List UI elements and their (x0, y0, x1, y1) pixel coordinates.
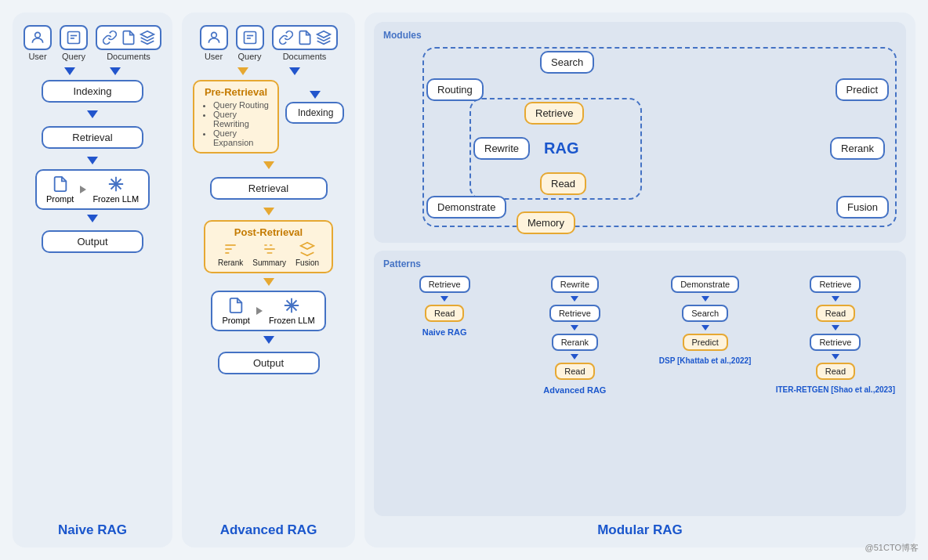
adv-output-box: Output (218, 352, 320, 374)
search-module: Search (540, 51, 594, 74)
arrow-retrieval (87, 157, 98, 164)
p-iter-arrow1 (832, 296, 839, 302)
rerank-label: Rerank (218, 258, 243, 267)
naive-rag-title: Naive RAG (58, 516, 127, 538)
pre-retrieval-title: Pre-Retrieval (202, 86, 270, 98)
pre-retrieval-item-2: Query Rewriting (213, 110, 270, 128)
pattern-advanced-col: Rewrite Retrieve Rerank Read Advanced RA… (513, 276, 636, 395)
main-container: User Query (13, 13, 915, 547)
user-icon-box (24, 25, 52, 50)
iter-col-label: ITER-RETGEN [Shao et al.,2023] (776, 385, 895, 394)
prompt-label: Prompt (46, 194, 74, 204)
arrow-docs (110, 67, 121, 75)
p-dsp-demonstrate: Demonstrate (671, 276, 739, 293)
p-adv-read: Read (555, 363, 594, 380)
docs-icon-box (96, 25, 161, 50)
adv-icon-row: User Query (200, 25, 338, 61)
svg-marker-9 (317, 31, 330, 38)
adv-prompt-label: Prompt (222, 316, 249, 325)
user-icon-item: User (24, 25, 52, 61)
adv-arrow-right-icon (256, 307, 263, 315)
frozen-label: Frozen LLM (92, 194, 139, 204)
dsp-col-label: DSP [Khattab et al.,2022] (659, 356, 752, 365)
arrow-right-icon (80, 186, 86, 193)
p-dsp-arrow1 (701, 296, 709, 302)
adv-doc-icon (297, 30, 313, 45)
frozen-llm-icon (107, 175, 125, 193)
p-iter-read1: Read (816, 305, 855, 322)
p-adv-arrow3 (571, 354, 578, 359)
adv-retrieval-box: Retrieval (210, 177, 328, 200)
user-label: User (28, 52, 46, 61)
svg-point-0 (35, 32, 41, 38)
svg-marker-4 (141, 31, 154, 38)
arrow-user-query (64, 67, 75, 75)
naive-icon-row: User Query (24, 25, 161, 61)
adv-user-item: User (200, 25, 228, 61)
arrow-indexing (87, 110, 98, 118)
p-naive-read: Read (425, 305, 464, 322)
user-icon (30, 30, 45, 45)
p-dsp-arrow2 (701, 325, 709, 331)
p-dsp-predict: Predict (683, 334, 728, 351)
modular-rag-title: Modular RAG (597, 516, 683, 538)
arrow-docs-adv (289, 67, 300, 75)
p-iter-arrow3 (832, 354, 839, 359)
pattern-naive-col: Retrieve Read Naive RAG (383, 276, 506, 337)
p-naive-retrieve: Retrieve (419, 276, 470, 293)
arrow-frozen (87, 215, 98, 222)
adv-frozen-icon (283, 297, 300, 314)
rewrite-module: Rewrite (473, 137, 530, 160)
adv-user-box (200, 25, 228, 50)
p-dsp-search: Search (682, 305, 728, 322)
arrow-docs-to-indexing (310, 91, 321, 99)
adv-docs-label: Documents (283, 52, 327, 61)
prompt-doc-icon (52, 175, 69, 193)
arrow-retrieval-to-post (263, 208, 274, 215)
adv-prompt-frozen-row: Prompt Frozen LLM (211, 291, 325, 331)
modules-section: Modules Search Routing Predict Retrieve … (374, 22, 906, 243)
adv-user-label: User (205, 52, 223, 61)
p-iter-arrow2 (832, 325, 839, 331)
stack-icon (140, 30, 155, 45)
rerank-module: Rerank (830, 137, 885, 160)
p-iter-retrieve1: Retrieve (810, 276, 861, 293)
adv-stack-icon (316, 30, 332, 45)
link-icon (102, 30, 118, 45)
adv-query-box (236, 25, 264, 50)
adv-query-item: Query (236, 25, 264, 61)
adv-docs-item: Documents (272, 25, 338, 61)
pattern-dsp-col: Demonstrate Search Predict DSP [Khattab … (644, 276, 767, 365)
arrow-pre-retrieval-left (237, 67, 248, 75)
arrow-post-to-prompt (263, 278, 274, 286)
adv-link-icon (278, 30, 294, 45)
advanced-rag-panel: User Query (182, 13, 355, 547)
adv-docs-box (272, 25, 338, 50)
fusion-module: Fusion (836, 196, 889, 219)
fusion-label: Fusion (295, 258, 319, 267)
pre-retrieval-box: Pre-Retrieval Query Routing Query Rewrit… (193, 80, 279, 154)
watermark: @51CTO博客 (865, 542, 919, 554)
p-adv-retrieve: Retrieve (549, 305, 600, 322)
query-label: Query (62, 52, 85, 61)
rag-label: RAG (544, 139, 578, 157)
demonstrate-module: Demonstrate (426, 196, 506, 219)
query-icon-item: Query (60, 25, 88, 61)
adv-frozen-label: Frozen LLM (269, 316, 315, 325)
p-iter-retrieve2: Retrieve (810, 334, 861, 351)
pre-retrieval-item-3: Query Expansion (213, 128, 270, 147)
retrieve-module: Retrieve (524, 102, 584, 125)
modules-grid: Search Routing Predict Retrieve Rewrite … (383, 47, 897, 235)
p-adv-rerank: Rerank (552, 334, 598, 351)
pre-retrieval-list: Query Routing Query Rewriting Query Expa… (202, 100, 270, 147)
arrow-pre-to-retrieval (263, 161, 274, 169)
routing-module: Routing (426, 78, 484, 101)
predict-module: Predict (836, 78, 889, 101)
summary-icon (262, 241, 277, 257)
naive-content: User Query (24, 25, 161, 516)
patterns-section: Patterns Retrieve Read Naive RAG Rewrite… (374, 251, 906, 516)
doc-icon (121, 30, 136, 45)
read-module: Read (540, 172, 586, 195)
adv-query-icon (242, 30, 258, 45)
adv-prompt-icon (227, 297, 245, 314)
